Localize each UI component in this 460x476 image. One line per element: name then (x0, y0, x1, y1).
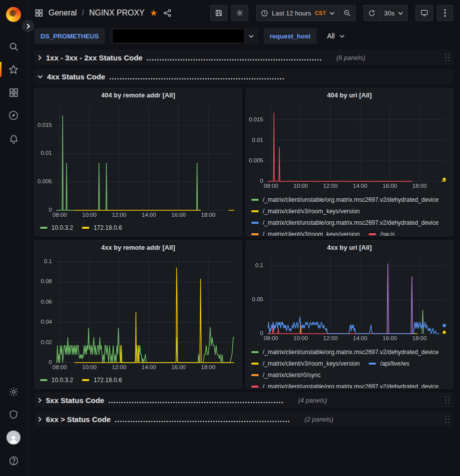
row-drag-handle[interactable] (444, 414, 450, 424)
x-axis-tick-label: 18:00 (408, 335, 432, 341)
row-header-5xx[interactable]: 5xx Status Code ........................… (34, 393, 453, 408)
series-name: /sw.js (380, 231, 395, 236)
star-icon[interactable] (0, 58, 27, 81)
x-axis-tick-label: 14:00 (137, 364, 161, 370)
refresh-button[interactable] (364, 5, 380, 21)
legend-item[interactable]: /_matrix/client/unstable/org.matrix.msc2… (251, 194, 439, 205)
legend: 10.0.3.2172.18.0.6 (35, 220, 241, 236)
legend-item[interactable]: 172.18.0.6 (82, 223, 122, 233)
help-icon[interactable] (0, 449, 27, 472)
breadcrumb-section[interactable]: General (48, 8, 77, 17)
share-icon[interactable] (163, 8, 172, 17)
time-range-controls: Last 12 hours CST (256, 5, 356, 21)
chevron-down-icon (340, 34, 345, 38)
y-axis-tick-label: 0.1 (35, 258, 52, 264)
row-panel-count: (4 panels) (298, 397, 327, 404)
series-name: /_matrix/client/v3/room_keys/version (263, 231, 360, 236)
x-axis-tick-label: 14:00 (348, 183, 372, 189)
bell-icon[interactable] (0, 127, 27, 150)
grafana-app: General / NGINX PROXY ★ Last (0, 0, 460, 476)
row-title: 1xx - 3xx - 2xx Status Code (46, 53, 142, 62)
sidebar-expand-button[interactable] (22, 20, 34, 32)
dashboard-title[interactable]: NGINX PROXY (89, 8, 144, 17)
gear-icon[interactable] (0, 380, 27, 403)
datasource-variable-label[interactable]: DS_PROMETHEUS (34, 28, 105, 44)
apps-icon[interactable] (0, 81, 27, 104)
x-axis-tick-label: 16:00 (166, 364, 190, 370)
row-header-4xx[interactable]: 4xx Status Code ........................… (34, 69, 453, 84)
row-leader-dots: ........................................… (108, 396, 283, 405)
legend-item[interactable]: /_matrix/client/r0/sync (251, 369, 321, 381)
save-button[interactable] (210, 5, 227, 21)
breadcrumb-separator: / (82, 8, 84, 17)
legend-item[interactable]: 10.0.3.2 (40, 223, 73, 233)
row-drag-handle[interactable] (444, 395, 450, 405)
avatar[interactable] (0, 426, 27, 449)
submenu-variables-bar: DS_PROMETHEUS request_host All (27, 26, 460, 46)
compass-icon[interactable] (0, 104, 27, 127)
series-color-swatch (251, 374, 259, 376)
row-title: 5xx Status Code (46, 396, 104, 405)
y-axis-tick-label: 0.015 (35, 122, 52, 128)
series-name: /_matrix/client/r0/sync (263, 372, 321, 379)
main-area: General / NGINX PROXY ★ Last (27, 0, 460, 476)
legend-item[interactable]: /_matrix/client/unstable/org.matrix.msc2… (251, 217, 439, 228)
row-drag-handle[interactable] (444, 52, 450, 62)
y-axis-tick-label: 0.08 (35, 278, 52, 284)
datasource-variable-dropdown[interactable] (110, 28, 259, 44)
legend-item[interactable]: /_matrix/client/v3/room_keys/version (251, 228, 360, 236)
time-series-chart[interactable]: 00.0050.010.01508:0010:0012:0014:0016:00… (35, 101, 241, 220)
time-range-picker[interactable]: Last 12 hours CST (256, 5, 339, 21)
legend-item[interactable]: /_matrix/client/unstable/org.matrix.msc2… (251, 381, 439, 388)
dashboard-settings-button[interactable] (231, 5, 248, 21)
row-title: 4xx Status Code (47, 72, 105, 81)
panel-title[interactable]: 4xx by uri [All] (246, 241, 453, 254)
series-name: /api/live/ws (380, 360, 410, 367)
legend-item[interactable]: /sw.js (369, 228, 395, 236)
panel-title[interactable]: 404 by uri [All] (246, 88, 453, 101)
y-axis-tick-label: 0.04 (35, 319, 52, 325)
search-icon[interactable] (0, 35, 27, 58)
legend: /_matrix/client/unstable/org.matrix.msc2… (246, 344, 453, 388)
x-axis-tick-label: 18:00 (408, 183, 432, 189)
zoom-out-icon (343, 9, 351, 17)
row-header-6xx[interactable]: 6xx > Status Code ......................… (34, 412, 453, 427)
legend-item[interactable]: /_matrix/client/v3/room_keys/version (251, 358, 360, 369)
x-axis-tick-label: 14:00 (137, 212, 161, 218)
y-axis-tick-label: 0.005 (246, 157, 263, 163)
grafana-logo[interactable] (6, 7, 21, 22)
y-axis-tick-label: 0.005 (35, 178, 52, 184)
time-series-chart[interactable]: 00.020.040.060.080.108:0010:0012:0014:00… (35, 254, 241, 373)
series-color-swatch (251, 363, 259, 365)
x-axis-tick-label: 10:00 (289, 335, 313, 341)
time-series-chart[interactable]: 00.050.108:0010:0012:0014:0016:0018:00 (246, 254, 453, 344)
refresh-interval-dropdown[interactable]: 30s (380, 5, 408, 21)
legend-item[interactable]: 10.0.3.2 (40, 375, 73, 385)
row-header-1xx-3xx-2xx[interactable]: 1xx - 3xx - 2xx Status Code ............… (34, 50, 453, 65)
series-name: /_matrix/client/v3/room_keys/version (263, 360, 360, 367)
legend-item[interactable]: /_matrix/client/v3/room_keys/version (251, 205, 360, 217)
request-host-variable-label[interactable]: request_host (264, 28, 317, 44)
x-axis-tick-label: 16:00 (378, 335, 402, 341)
legend-item[interactable]: /api/live/ws (369, 358, 410, 369)
star-filled-icon[interactable]: ★ (150, 8, 158, 17)
legend-item[interactable]: /_matrix/client/unstable/org.matrix.msc2… (251, 346, 439, 358)
x-axis-tick-label: 08:00 (259, 183, 283, 189)
chart-canvas (246, 254, 453, 344)
tv-mode-button[interactable] (416, 5, 433, 21)
zoom-out-button[interactable] (339, 5, 356, 21)
chart-canvas (35, 254, 241, 373)
x-axis-tick-label: 18:00 (196, 364, 220, 370)
panel-title[interactable]: 4xx by remote addr [All] (35, 241, 241, 254)
dashboard-grid-icon[interactable] (34, 8, 43, 17)
chevron-down-icon (37, 74, 43, 79)
series-color-swatch (251, 199, 259, 201)
panel-title[interactable]: 404 by remote addr [All] (35, 88, 241, 101)
shield-icon[interactable] (0, 403, 27, 426)
time-series-chart[interactable]: 00.0050.010.01508:0010:0012:0014:0016:00… (246, 101, 453, 191)
legend-item[interactable]: 172.18.0.6 (82, 375, 122, 385)
request-host-variable-dropdown[interactable]: All (322, 28, 351, 44)
series-color-swatch (369, 233, 376, 235)
more-options-button[interactable] (437, 5, 453, 21)
chevron-down-icon (330, 11, 335, 15)
